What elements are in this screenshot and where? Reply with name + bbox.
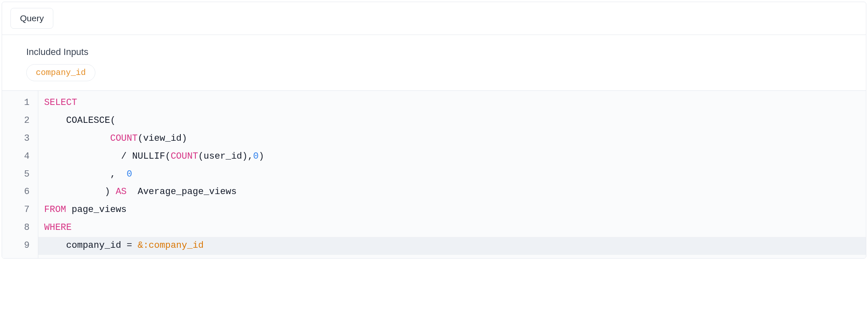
code-line[interactable]: SELECT bbox=[38, 94, 866, 112]
code-token: SELECT bbox=[44, 97, 77, 108]
code-token: company_id = bbox=[44, 240, 137, 251]
code-token: 0 bbox=[253, 151, 259, 162]
code-token: AS bbox=[116, 187, 127, 197]
code-token: 0 bbox=[127, 169, 132, 179]
line-number: 4 bbox=[2, 148, 30, 166]
code-token: , bbox=[44, 169, 127, 179]
code-token: / NULLIF( bbox=[44, 151, 171, 162]
code-token: COUNT bbox=[110, 133, 137, 144]
editor-code[interactable]: SELECT COALESCE( COUNT(view_id) / NULLIF… bbox=[38, 91, 866, 258]
editor-gutter: 123456789 bbox=[2, 91, 38, 258]
code-token: FROM bbox=[44, 204, 66, 215]
code-token: (user_id), bbox=[198, 151, 253, 162]
code-line[interactable]: , 0 bbox=[38, 166, 866, 184]
tab-bar: Query bbox=[2, 2, 866, 35]
code-token: WHERE bbox=[44, 222, 72, 233]
line-number: 6 bbox=[2, 183, 30, 201]
code-line[interactable]: company_id = &:company_id bbox=[38, 237, 866, 255]
code-line[interactable]: FROM page_views bbox=[38, 201, 866, 219]
code-token: COUNT bbox=[171, 151, 198, 162]
code-line[interactable]: / NULLIF(COUNT(user_id),0) bbox=[38, 148, 866, 166]
code-token: &:company_id bbox=[137, 240, 203, 251]
included-inputs-section: Included Inputs company_id bbox=[2, 35, 866, 91]
code-token: Average_page_views bbox=[127, 187, 237, 197]
line-number: 3 bbox=[2, 130, 30, 148]
code-line[interactable]: WHERE bbox=[38, 219, 866, 237]
code-editor[interactable]: 123456789 SELECT COALESCE( COUNT(view_id… bbox=[2, 91, 866, 258]
code-token: ) bbox=[259, 151, 264, 162]
code-token bbox=[44, 133, 110, 144]
code-token: COALESCE( bbox=[44, 115, 116, 126]
code-token: ) bbox=[44, 187, 116, 197]
code-line[interactable]: ) AS Average_page_views bbox=[38, 183, 866, 201]
code-line[interactable]: COUNT(view_id) bbox=[38, 130, 866, 148]
included-inputs-title: Included Inputs bbox=[26, 47, 851, 57]
tab-query[interactable]: Query bbox=[10, 8, 53, 29]
code-token: (view_id) bbox=[137, 133, 187, 144]
code-token: page_views bbox=[66, 204, 127, 215]
line-number: 5 bbox=[2, 166, 30, 184]
line-number: 1 bbox=[2, 94, 30, 112]
line-number: 9 bbox=[2, 237, 30, 255]
line-number: 7 bbox=[2, 201, 30, 219]
input-chip-company-id[interactable]: company_id bbox=[26, 64, 95, 81]
query-panel: Query Included Inputs company_id 1234567… bbox=[2, 2, 866, 259]
line-number: 8 bbox=[2, 219, 30, 237]
code-line[interactable]: COALESCE( bbox=[38, 112, 866, 130]
line-number: 2 bbox=[2, 112, 30, 130]
